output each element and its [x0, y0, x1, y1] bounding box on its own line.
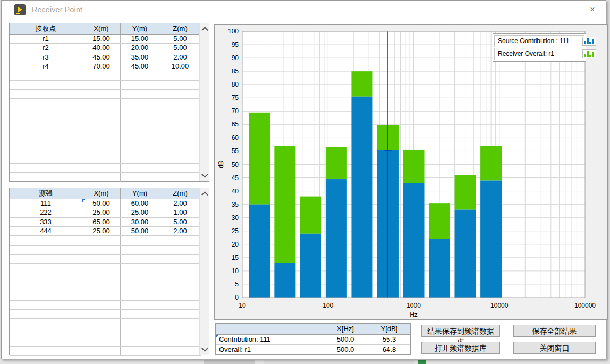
legend-item[interactable]: Receiver Overall: r1: [494, 48, 584, 60]
table-cell[interactable]: 5.00: [159, 218, 201, 226]
table-cell[interactable]: Contribution: 111: [216, 335, 323, 344]
table-cell[interactable]: 15.00: [121, 35, 159, 43]
table-cell[interactable]: 45.00: [82, 53, 121, 62]
table-cell[interactable]: 70.00: [82, 62, 121, 71]
table-cell: [121, 328, 159, 337]
table-cell: [10, 81, 82, 89]
table-cell: [159, 319, 201, 327]
table-row[interactable]: Overall: r1500.064.8: [216, 345, 410, 355]
table-cell[interactable]: 25.00: [121, 208, 159, 217]
table-cell[interactable]: 111: [10, 199, 82, 208]
table-cell[interactable]: 10.00: [159, 62, 201, 71]
svg-text:35: 35: [232, 201, 239, 208]
table-cell: [159, 164, 201, 172]
table-row[interactable]: 11150.0060.002.00: [10, 199, 201, 208]
scroll-down-icon[interactable]: [201, 171, 208, 178]
table-cell[interactable]: Overall: r1: [216, 345, 323, 354]
table-cell[interactable]: 500.0: [323, 335, 368, 344]
table-cell[interactable]: 25.00: [82, 227, 121, 235]
table-cell: [10, 99, 82, 107]
table-row: [10, 164, 201, 173]
table-cell: [82, 136, 121, 145]
table-cell: [82, 236, 121, 244]
save-all-results-button[interactable]: 保存全部结果: [513, 325, 596, 337]
table-cell[interactable]: 2.00: [159, 227, 201, 235]
chart-plot-area[interactable]: 0510152025303540455055606570758085909510…: [215, 25, 607, 319]
scroll-up-icon[interactable]: [201, 191, 208, 198]
table-cell[interactable]: 30.00: [121, 218, 159, 226]
table-cell: [121, 173, 159, 181]
table-row[interactable]: 22225.0025.001.00: [10, 208, 201, 217]
svg-text:25: 25: [232, 227, 239, 235]
table-cell[interactable]: 5.00: [159, 35, 201, 43]
table-cell[interactable]: r2: [10, 44, 82, 52]
svg-text:70: 70: [232, 107, 239, 115]
window-titlebar[interactable]: Receiver Point ×: [2, 1, 606, 20]
table-cell: [10, 301, 82, 309]
chart-legend[interactable]: Source Contribution : 111 Receiver Overa…: [493, 33, 586, 62]
table-cell[interactable]: 500.0: [323, 345, 368, 354]
table-cell[interactable]: 65.00: [82, 218, 121, 226]
table-row[interactable]: r470.0045.0010.00: [10, 62, 201, 71]
legend-item[interactable]: Source Contribution : 111: [494, 35, 584, 47]
table-cell[interactable]: 50.00: [82, 199, 121, 208]
table-row[interactable]: r345.0035.002.00: [10, 53, 201, 62]
table-cell[interactable]: 64.8: [368, 345, 410, 354]
table-cell[interactable]: 20.00: [121, 44, 159, 52]
table-cell: [82, 90, 121, 98]
table-cell[interactable]: 222: [10, 208, 82, 217]
table-cell: [159, 255, 201, 263]
svg-text:50: 50: [232, 161, 239, 168]
table-cell[interactable]: 333: [10, 218, 82, 226]
table-row: [10, 319, 201, 328]
table-cell[interactable]: r3: [10, 53, 82, 62]
table-row: [10, 145, 201, 154]
table-cell[interactable]: r4: [10, 62, 82, 71]
spectrum-chart[interactable]: 0510152025303540455055606570758085909510…: [214, 24, 608, 320]
table-cell[interactable]: 2.00: [159, 199, 201, 208]
vertical-scrollbar[interactable]: [199, 188, 209, 355]
table-cell[interactable]: 25.00: [82, 208, 121, 217]
table-cell[interactable]: 60.00: [121, 199, 159, 208]
table-cell: [82, 164, 121, 172]
table-cell: [82, 126, 121, 135]
table-cell: [121, 273, 159, 282]
close-window-button[interactable]: 关闭窗口: [513, 342, 596, 354]
table-row: [10, 273, 201, 282]
table-cell[interactable]: 50.00: [121, 227, 159, 235]
table-cell[interactable]: 15.00: [82, 35, 121, 43]
table-cell[interactable]: 5.00: [159, 44, 201, 52]
run-arrow-underline: [16, 13, 20, 14]
table-cell[interactable]: 2.00: [159, 53, 201, 62]
svg-text:80: 80: [232, 81, 239, 88]
cursor-readout-table: X[Hz]Y[dB] Contribution: 111500.055.3Ove…: [215, 323, 411, 355]
legend-label: Receiver Overall: r1: [498, 50, 554, 57]
table-cell[interactable]: 444: [10, 227, 82, 235]
svg-text:5: 5: [235, 281, 239, 288]
table-cell[interactable]: 55.3: [368, 335, 410, 344]
table-row[interactable]: 33365.0030.005.00: [10, 218, 201, 227]
table-cell[interactable]: 1.00: [159, 208, 201, 217]
table-row[interactable]: Contribution: 111500.055.3: [216, 335, 410, 345]
table-cell: [121, 291, 159, 300]
close-icon[interactable]: ×: [584, 3, 600, 16]
column-header: Z(m): [159, 188, 201, 199]
table-cell[interactable]: 45.00: [121, 62, 159, 71]
scroll-down-icon[interactable]: [201, 345, 208, 352]
taskbar-fragment: [264, 360, 414, 364]
table-row[interactable]: 44425.0050.002.00: [10, 227, 201, 236]
svg-text:90: 90: [232, 54, 239, 62]
svg-text:30: 30: [232, 214, 239, 222]
table-row[interactable]: r240.0020.005.00: [10, 44, 201, 53]
save-results-to-spectrum-db-button[interactable]: 结果保存到频谱数据库: [421, 325, 500, 337]
table-cell[interactable]: 40.00: [82, 44, 121, 52]
table-row[interactable]: r115.0015.005.00: [10, 35, 201, 44]
table-cell[interactable]: 35.00: [121, 53, 159, 62]
table-cell: [10, 126, 82, 135]
labview-app-icon: [14, 4, 26, 15]
scroll-up-icon[interactable]: [201, 27, 208, 33]
vertical-scrollbar[interactable]: [199, 23, 209, 181]
table-cell[interactable]: r1: [10, 35, 82, 43]
open-spectrum-db-button[interactable]: 打开频谱数据库: [421, 342, 500, 354]
table-cell: [10, 264, 82, 272]
